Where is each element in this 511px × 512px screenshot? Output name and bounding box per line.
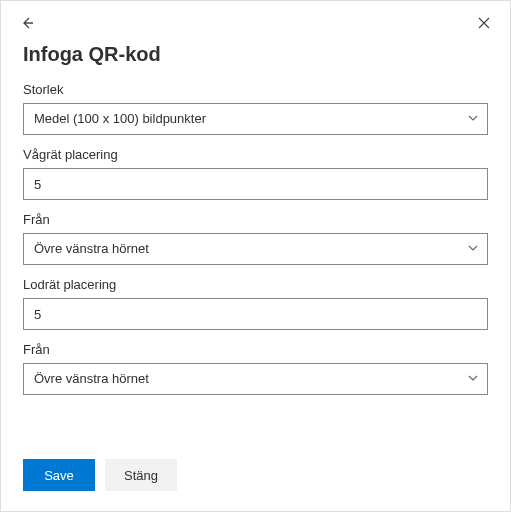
hfrom-select-value: Övre vänstra hörnet [24,234,487,264]
vpos-input[interactable] [23,298,488,330]
page-title: Infoga QR-kod [1,35,510,82]
vfrom-select[interactable]: Övre vänstra hörnet [23,363,488,395]
close-dialog-button[interactable]: Stäng [105,459,177,491]
arrow-left-icon [19,15,35,31]
hfrom-label: Från [23,212,488,227]
vfrom-label: Från [23,342,488,357]
back-button[interactable] [15,11,39,35]
hfrom-select[interactable]: Övre vänstra hörnet [23,233,488,265]
size-label: Storlek [23,82,488,97]
hpos-label: Vågrät placering [23,147,488,162]
close-button[interactable] [472,11,496,35]
footer: Save Stäng [23,459,177,491]
close-icon [477,16,491,30]
vpos-label: Lodrät placering [23,277,488,292]
size-select[interactable]: Medel (100 x 100) bildpunkter [23,103,488,135]
form: Storlek Medel (100 x 100) bildpunkter Vå… [1,82,510,395]
hpos-input[interactable] [23,168,488,200]
vfrom-select-value: Övre vänstra hörnet [24,364,487,394]
save-button[interactable]: Save [23,459,95,491]
size-select-value: Medel (100 x 100) bildpunkter [24,104,487,134]
